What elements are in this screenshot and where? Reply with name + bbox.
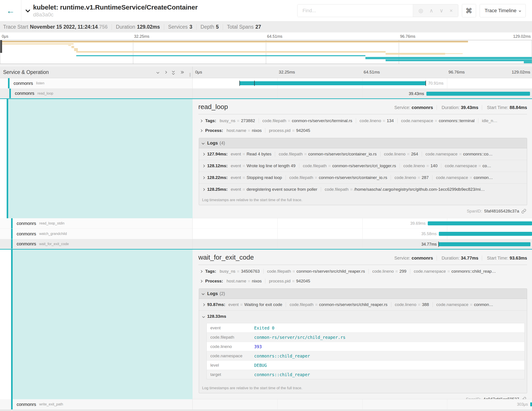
service-color-stripe [9, 88, 11, 98]
locate-icon[interactable]: ◎ [415, 8, 426, 14]
find-group: ◎ ∧ ∨ × [297, 4, 458, 17]
operation-name: write_exit_path [39, 402, 63, 406]
top-bar: ← kubelet: runtime.v1.RuntimeService/Cre… [0, 0, 532, 21]
service-name: conmonrs [17, 402, 36, 407]
operation-name: wait_for_exit_code [39, 242, 69, 246]
chevron-right-icon [200, 270, 203, 273]
divider [0, 64, 532, 67]
tags-row[interactable]: Tags: busy_ns=273882 code.filepath=conmo… [198, 116, 527, 126]
span-row-watch-grandchild[interactable]: conmonrswatch_grandchild 35.58ms [0, 229, 532, 239]
detail-meta: Service: conmonrs Duration: 39.43ms Star… [391, 105, 527, 110]
logs-box: Logs(4) 127.94ms: event=Read 4 bytes cod… [199, 138, 527, 205]
span-duration-label: 39.69ms [410, 221, 428, 226]
column-resize-handle[interactable]: ∥ [189, 72, 191, 77]
span-row-listen[interactable]: conmonrslisten 70.91ms [0, 78, 532, 88]
link-icon[interactable] [521, 397, 526, 399]
logs-header[interactable]: Logs(4) [199, 138, 527, 148]
minimap-ruler: 0μs 32.25ms 64.51ms 96.76ms 129.02ms [0, 32, 532, 40]
trace-duration: Duration129.02ms [112, 24, 164, 30]
logs-note: Log timestamps are relative to the start… [199, 383, 527, 393]
span-duration-label: 303μs [517, 402, 530, 407]
span-id-row: SpanID:5faf48165428c37a [198, 205, 527, 215]
log-entry[interactable]: 128.25ms: event=deregistering event sour… [199, 184, 527, 195]
chevron-right-icon [202, 176, 205, 179]
view-selector-label: Trace Timeline [485, 8, 516, 14]
keyboard-shortcuts-button[interactable]: ⌘ [462, 4, 476, 17]
timeline-minimap[interactable] [0, 40, 532, 64]
chevron-right-icon [202, 165, 205, 167]
link-icon[interactable] [521, 209, 526, 214]
next-result-icon[interactable]: ∨ [436, 8, 446, 14]
expand-one-icon[interactable] [165, 71, 167, 73]
minimap-spans [0, 40, 532, 64]
timeline-grid-header: Service & Operation ∥ 0μs 32.25ms 64.51m… [0, 67, 532, 78]
service-name: conmonrs [17, 231, 36, 236]
page-title: kubelet: runtime.v1.RuntimeService/Creat… [33, 4, 297, 11]
chevron-down-icon [202, 315, 205, 318]
chevron-down-icon [202, 292, 205, 295]
logs-header[interactable]: Logs(2) [199, 289, 527, 299]
logs-box: Logs(2) 93.87ms: event=Waiting for exit … [199, 288, 527, 393]
service-name: conmonrs [15, 91, 34, 96]
trace-depth: Depth5 [197, 24, 223, 30]
table-row: code.filepathconmon-rs/server/src/child_… [207, 333, 525, 342]
service-color-stripe [11, 229, 13, 239]
log-entry[interactable]: 128.22ms: event=Stopping read loop code.… [199, 172, 527, 184]
detail-title: wait_for_exit_code [198, 254, 391, 261]
trace-summary-bar: Trace StartNovember 15 2022, 11:24:14.75… [0, 21, 532, 32]
chevron-down-icon [519, 10, 521, 12]
span-detail-read-loop: read_loop Service: conmonrs Duration: 39… [0, 99, 532, 218]
span-row-read-loop-stdin[interactable]: conmonrsread_loop_stdin 39.69ms [0, 218, 532, 229]
span-bar[interactable]: 34.77ms [439, 242, 530, 246]
scrubber-handle-left [0, 40, 2, 53]
trace-start: Trace StartNovember 15 2022, 11:24:14.75… [3, 24, 112, 30]
service-color-stripe [7, 99, 8, 218]
service-name: conmonrs [17, 241, 36, 246]
collapse-one-icon[interactable] [157, 71, 159, 73]
trace-total-spans: Total Spans27 [223, 24, 265, 30]
operation-name: watch_grandchild [39, 232, 67, 236]
log-entry[interactable]: 93.87ms: event=Waiting for exit code cod… [199, 299, 527, 311]
chevron-down-icon [202, 142, 205, 145]
table-row: levelDEBUG [207, 361, 525, 370]
back-button[interactable]: ← [0, 0, 21, 21]
span-bar[interactable]: 303μs [530, 402, 532, 406]
bottom-divider [0, 410, 532, 411]
chevron-right-icon [202, 188, 205, 191]
span-duration-label: 39.43ms [409, 91, 426, 96]
log-entry[interactable]: 128.12ms: event=Wrote log line of length… [199, 160, 527, 172]
service-color-stripe [11, 250, 13, 399]
chevron-right-icon [200, 129, 203, 132]
chevron-right-icon [202, 303, 205, 306]
service-name: conmonrs [17, 221, 36, 226]
trace-id: d8a3a0c [33, 11, 297, 18]
collapse-all-icon[interactable] [172, 70, 174, 74]
view-selector-button[interactable]: Trace Timeline [480, 4, 526, 17]
trace-services: Services3 [164, 24, 197, 30]
span-row-read-loop[interactable]: conmonrsread_loop 39.43ms [0, 88, 532, 99]
process-row[interactable]: Process: host.name=nixos process.pid=942… [198, 126, 527, 135]
span-bar[interactable]: 35.58ms [439, 232, 532, 236]
service-color-stripe [11, 239, 13, 249]
collapse-trace-chevron-icon[interactable] [26, 10, 29, 12]
span-id-row: SpanID:4a947cfd1ce59537 [198, 393, 527, 399]
clear-search-icon[interactable]: × [446, 8, 456, 14]
timeline-ruler: 0μs 32.25ms 64.51ms 96.76ms 129.02ms [193, 67, 532, 78]
service-color-stripe [8, 78, 10, 88]
chevron-right-icon [200, 119, 203, 122]
process-row[interactable]: Process: host.name=nixos process.pid=942… [198, 276, 527, 286]
find-input[interactable] [297, 4, 413, 17]
span-row-wait-for-exit-code[interactable]: conmonrswait_for_exit_code 34.77ms [0, 239, 532, 250]
span-bar[interactable]: 39.69ms [428, 221, 532, 225]
span-bar[interactable]: 39.43ms [426, 92, 530, 96]
expand-all-icon[interactable] [180, 71, 183, 73]
log-entry[interactable]: 127.94ms: event=Read 4 bytes code.filepa… [199, 148, 527, 160]
service-color-stripe [11, 218, 13, 228]
span-row-write-exit-path[interactable]: conmonrswrite_exit_path 303μs [0, 399, 532, 410]
service-color-stripe [11, 399, 13, 410]
span-bar[interactable]: 70.91ms [239, 81, 426, 85]
log-entry-expanded[interactable]: 128.33ms [199, 311, 527, 322]
span-duration-label: 35.58ms [421, 232, 439, 236]
prev-result-icon[interactable]: ∧ [426, 8, 436, 14]
tags-row[interactable]: Tags: busy_ns=34506763 code.filepath=con… [198, 266, 527, 276]
